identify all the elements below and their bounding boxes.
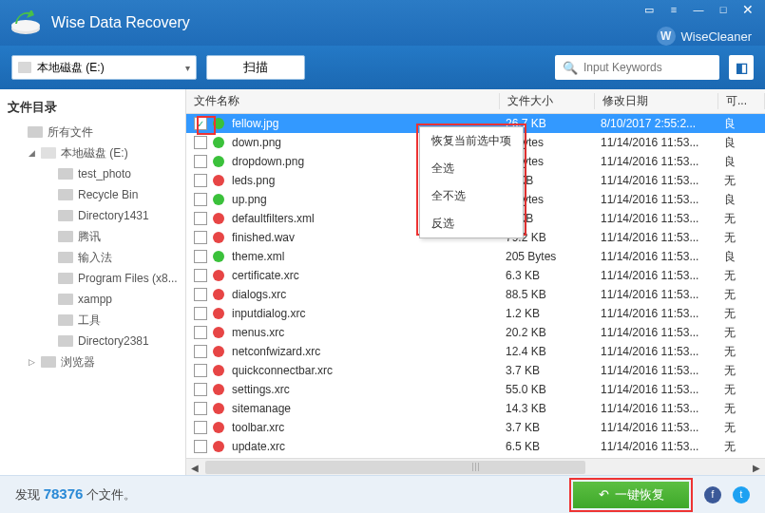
folder-icon xyxy=(41,147,56,159)
context-menu-item[interactable]: 全选 xyxy=(420,155,523,182)
scan-button[interactable]: 扫描 xyxy=(206,55,305,80)
search-input[interactable] xyxy=(583,61,726,74)
table-row[interactable]: update.xrc6.5 KB11/14/2016 11:53...无 xyxy=(186,437,765,456)
context-menu-item[interactable]: 反选 xyxy=(420,210,523,238)
file-recoverable: 无 xyxy=(724,382,765,398)
context-menu-item[interactable]: 全不选 xyxy=(420,182,523,210)
folder-icon xyxy=(58,314,73,326)
table-row[interactable]: toolbar.xrc3.7 KB11/14/2016 11:53...无 xyxy=(186,418,765,437)
tree-item[interactable]: ◢本地磁盘 (E:) xyxy=(0,142,185,163)
chat-icon[interactable]: ▭ xyxy=(638,2,660,17)
row-checkbox[interactable] xyxy=(194,174,207,187)
drive-label: 本地磁盘 (E:) xyxy=(37,60,105,76)
file-size: 88.5 KB xyxy=(506,288,601,301)
brand[interactable]: W WiseCleaner xyxy=(657,27,752,46)
col-name[interactable]: 文件名称 xyxy=(186,93,500,109)
twitter-button[interactable]: t xyxy=(733,486,750,504)
titlebar: Wise Data Recovery ▭ ≡ — □ ✕ W WiseClean… xyxy=(0,0,765,46)
scroll-left-icon[interactable]: ◀ xyxy=(186,459,203,476)
file-name: settings.xrc xyxy=(232,383,506,396)
tree-item[interactable]: 腾讯 xyxy=(0,226,185,247)
toolbar: 本地磁盘 (E:) ▾ 扫描 🔍 ◧ xyxy=(0,46,765,89)
drive-select[interactable]: 本地磁盘 (E:) ▾ xyxy=(11,55,197,80)
horizontal-scrollbar[interactable]: ◀ ▶ xyxy=(186,458,765,475)
close-button[interactable]: ✕ xyxy=(736,2,759,17)
tree-item[interactable]: 工具 xyxy=(0,310,185,331)
table-row[interactable]: certificate.xrc6.3 KB11/14/2016 11:53...… xyxy=(186,266,765,285)
file-date: 11/14/2016 11:53... xyxy=(601,174,724,187)
maximize-button[interactable]: □ xyxy=(712,2,735,17)
tree-item[interactable]: 所有文件 xyxy=(0,122,185,142)
panel-toggle-button[interactable]: ◧ xyxy=(729,55,754,80)
menu-icon[interactable]: ≡ xyxy=(662,2,685,17)
file-date: 11/14/2016 11:53... xyxy=(601,155,724,168)
file-name: toolbar.xrc xyxy=(232,421,506,434)
undo-icon: ↶ xyxy=(599,487,609,502)
file-size: 3.7 KB xyxy=(506,421,601,434)
row-checkbox[interactable] xyxy=(194,383,207,396)
row-checkbox[interactable] xyxy=(194,193,207,206)
file-date: 8/10/2017 2:55:2... xyxy=(601,117,724,130)
row-checkbox[interactable] xyxy=(194,288,207,301)
col-size[interactable]: 文件大小 xyxy=(500,93,595,109)
file-date: 11/14/2016 11:53... xyxy=(601,250,724,263)
table-row[interactable]: netconfwizard.xrc12.4 KB11/14/2016 11:53… xyxy=(186,342,765,361)
status-dot-icon xyxy=(213,156,224,167)
tree-item[interactable]: xampp xyxy=(0,289,185,310)
row-checkbox[interactable] xyxy=(194,212,207,225)
row-checkbox[interactable] xyxy=(194,231,207,244)
file-size: 1.2 KB xyxy=(506,307,601,320)
scroll-right-icon[interactable]: ▶ xyxy=(748,459,765,476)
file-date: 11/14/2016 11:53... xyxy=(601,269,724,282)
row-checkbox[interactable] xyxy=(194,136,207,149)
facebook-button[interactable]: f xyxy=(704,486,721,504)
col-date[interactable]: 修改日期 xyxy=(595,93,718,109)
row-checkbox[interactable] xyxy=(194,402,207,415)
col-recoverable[interactable]: 可... xyxy=(718,93,765,109)
table-row[interactable]: settings.xrc55.0 KB11/14/2016 11:53...无 xyxy=(186,380,765,399)
row-checkbox[interactable] xyxy=(194,364,207,377)
row-checkbox[interactable] xyxy=(194,250,207,263)
tree-item[interactable]: ▷浏览器 xyxy=(0,352,185,372)
drive-icon xyxy=(18,62,31,73)
row-checkbox[interactable] xyxy=(194,155,207,168)
tree-item[interactable]: Directory2381 xyxy=(0,331,185,352)
table-row[interactable]: menus.xrc20.2 KB11/14/2016 11:53...无 xyxy=(186,323,765,342)
file-date: 11/14/2016 11:53... xyxy=(601,326,724,339)
row-checkbox[interactable] xyxy=(194,326,207,339)
row-checkbox[interactable] xyxy=(194,421,207,434)
context-menu-item[interactable]: 恢复当前选中项 xyxy=(420,127,523,155)
table-row[interactable]: quickconnectbar.xrc3.7 KB11/14/2016 11:5… xyxy=(186,361,765,380)
row-checkbox[interactable] xyxy=(194,345,207,358)
status-dot-icon xyxy=(213,441,224,452)
status-dot-icon xyxy=(213,384,224,395)
recover-button[interactable]: ↶ 一键恢复 xyxy=(573,482,689,508)
scroll-grip-icon xyxy=(472,463,480,471)
table-row[interactable]: inputdialog.xrc1.2 KB11/14/2016 11:53...… xyxy=(186,304,765,323)
minimize-button[interactable]: — xyxy=(687,2,710,17)
row-checkbox[interactable] xyxy=(194,440,207,453)
tree-item[interactable]: test_photo xyxy=(0,163,185,184)
file-recoverable: 良 xyxy=(724,116,765,132)
table-row[interactable]: dialogs.xrc88.5 KB11/14/2016 11:53...无 xyxy=(186,285,765,304)
status-suffix: 个文件。 xyxy=(83,487,136,502)
file-size: 14.3 KB xyxy=(506,402,601,415)
table-row[interactable]: theme.xml205 Bytes11/14/2016 11:53...良 xyxy=(186,247,765,266)
row-checkbox[interactable]: ✓ xyxy=(194,117,207,130)
file-name: menus.xrc xyxy=(232,326,506,339)
file-size: 20.2 KB xyxy=(506,326,601,339)
file-size: 205 Bytes xyxy=(506,250,601,263)
tree-item[interactable]: Directory1431 xyxy=(0,205,185,226)
row-checkbox[interactable] xyxy=(194,307,207,320)
brand-logo-icon: W xyxy=(657,27,676,46)
row-checkbox[interactable] xyxy=(194,269,207,282)
file-recoverable: 无 xyxy=(724,439,765,455)
file-name: quickconnectbar.xrc xyxy=(232,364,506,377)
table-row[interactable]: sitemanage14.3 KB11/14/2016 11:53...无 xyxy=(186,399,765,418)
search-box[interactable]: 🔍 xyxy=(555,55,719,80)
tree-item[interactable]: Recycle Bin xyxy=(0,184,185,205)
tree-item[interactable]: Program Files (x8... xyxy=(0,268,185,289)
tree-item[interactable]: 输入法 xyxy=(0,247,185,268)
statusbar: 发现 78376 个文件。 ↶ 一键恢复 f t xyxy=(0,475,765,513)
scroll-thumb[interactable] xyxy=(205,461,585,474)
